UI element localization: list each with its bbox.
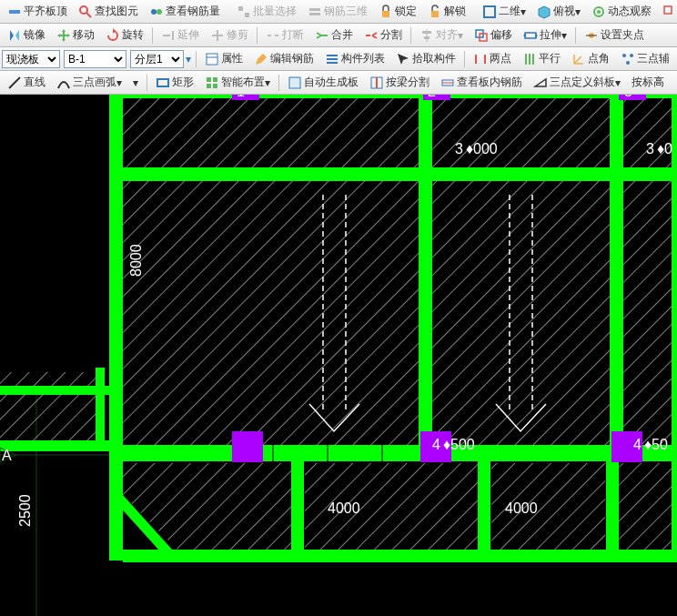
smart-icon [205, 76, 219, 90]
lbl: 合并 [331, 27, 353, 43]
btn-move[interactable]: 移动 [52, 25, 99, 45]
dropdown-arrow: ▾ [615, 76, 621, 89]
btn-more[interactable]: ▾ [128, 74, 143, 92]
toolbar-draw: 直线 三点画弧 ▾ ▾ 矩形 智能布置 ▾ 自动生成板 按梁分割 查看板内钢筋 … [0, 71, 677, 95]
unlock-icon [428, 5, 442, 19]
svg-rect-9 [382, 11, 389, 17]
btn-auto-slab[interactable]: 自动生成板 [283, 72, 363, 93]
dropdown-arrow: ▾ [561, 29, 567, 42]
btn-top-view[interactable]: 俯视 ▾ [532, 1, 585, 22]
svg-rect-6 [245, 13, 249, 17]
svg-rect-14 [664, 6, 672, 14]
btn-rect[interactable]: 矩形 [151, 72, 198, 93]
svg-rect-85 [96, 368, 105, 449]
svg-rect-78 [123, 550, 677, 562]
cad-viewport[interactable]: 1 2 3 8000 2500 3♦000 3♦0 4♦500 4♦50 400… [0, 95, 677, 616]
svg-rect-0 [9, 10, 20, 14]
btn-view-rebar[interactable]: 查看钢筋量 [145, 1, 225, 22]
lbl: 锁定 [395, 4, 417, 19]
svg-rect-69 [0, 372, 96, 386]
props-icon [205, 52, 219, 66]
lbl: 直线 [24, 75, 45, 90]
btn-dyn-view[interactable]: 动态观察 [587, 1, 656, 22]
separator [257, 27, 258, 44]
btn-props[interactable]: 属性 [200, 48, 248, 69]
3d-icon [308, 5, 322, 19]
auto-icon [288, 76, 302, 90]
dropdown-arrow: ▾ [265, 76, 270, 89]
lbl: 俯视 [553, 4, 575, 19]
btn-find-elem[interactable]: 查找图元 [74, 1, 143, 22]
btn-align[interactable]: 对齐 ▾ [415, 25, 468, 45]
sel-slab-id[interactable]: B-1 [64, 50, 126, 68]
lbl: 三点画弧 [73, 75, 116, 90]
2d-icon [482, 5, 497, 19]
btn-by-elev[interactable]: 按标高 [627, 72, 669, 93]
btn-break[interactable]: 打断 [261, 25, 308, 45]
svg-rect-54 [289, 77, 300, 88]
svg-rect-74 [109, 167, 677, 181]
lbl: 解锁 [444, 4, 466, 19]
list-icon [325, 52, 339, 66]
btn-rebar-3d[interactable]: 钢筋三维 [303, 1, 372, 22]
btn-unlock[interactable]: 解锁 [423, 1, 470, 22]
btn-mirror[interactable]: 镜像 [3, 25, 50, 45]
lbl: 平行 [539, 51, 561, 66]
btn-arc3[interactable]: 三点画弧 ▾ [52, 72, 126, 93]
btn-3pt-slope[interactable]: 三点定义斜板 ▾ [529, 72, 625, 93]
dropdown-arrow: ▾ [116, 76, 122, 89]
lbl: 打断 [282, 27, 304, 43]
svg-text:2500: 2500 [17, 494, 33, 527]
btn-extend[interactable]: 延伸 [157, 25, 204, 45]
btn-batch-sel[interactable]: 批量选择 [232, 1, 301, 22]
btn-level-top[interactable]: 平齐板顶 [3, 1, 72, 22]
lbl: 对齐 [436, 27, 458, 43]
split-icon [364, 28, 379, 43]
btn-comp-list[interactable]: 构件列表 [320, 48, 389, 69]
btn-merge[interactable]: 合并 [310, 25, 358, 45]
btn-smart[interactable]: 智能布置 ▾ [200, 72, 275, 93]
btn-trim[interactable]: 修剪 [206, 25, 253, 45]
svg-point-4 [157, 9, 162, 15]
level-icon [7, 5, 22, 19]
btn-2d[interactable]: 二维 ▾ [478, 1, 530, 22]
svg-rect-71 [109, 95, 677, 98]
rebar-icon [149, 5, 164, 19]
lbl: 三点定义斜板 [550, 75, 615, 90]
btn-pt-angle[interactable]: 点角 [567, 48, 614, 69]
btn-line[interactable]: 直线 [3, 72, 50, 93]
svg-text:1: 1 [237, 95, 245, 99]
btn-lock[interactable]: 锁定 [374, 1, 421, 22]
btn-rotate[interactable]: 旋转 [101, 25, 148, 45]
dropdown-arrow: ▾ [458, 29, 463, 42]
svg-text:4000: 4000 [505, 500, 538, 516]
sel-layer[interactable]: 分层1 [130, 50, 184, 68]
slab-hatch[interactable] [0, 95, 677, 550]
btn-stretch[interactable]: 拉伸 ▾ [519, 25, 571, 45]
svg-text:♦: ♦ [657, 141, 664, 157]
stretch-icon [523, 28, 538, 43]
btn-pick-comp[interactable]: 拾取构件 [391, 48, 460, 69]
btn-beam-split[interactable]: 按梁分割 [365, 72, 434, 93]
btn-three-pt[interactable]: 三点辅 [616, 48, 674, 69]
btn-edit-rebar[interactable]: 编辑钢筋 [249, 48, 318, 69]
svg-text:3: 3 [455, 141, 463, 157]
svg-rect-53 [213, 84, 217, 88]
toolbar-edit: 镜像 移动 旋转 延伸 修剪 打断 合并 分割 对齐 ▾ 偏移 拉伸 ▾ 设置夹… [0, 24, 677, 47]
btn-split[interactable]: 分割 [359, 25, 407, 45]
separator [196, 51, 197, 67]
layer-browse-icon[interactable]: ▾ [186, 53, 191, 66]
svg-rect-39 [327, 62, 338, 64]
svg-rect-10 [431, 11, 439, 17]
btn-two-pt[interactable]: 两点 [469, 48, 516, 69]
sel-slab-type[interactable]: 现浇板 [2, 50, 60, 68]
btn-set-grip[interactable]: 设置夹点 [580, 25, 649, 45]
svg-rect-63 [123, 181, 419, 445]
btn-partial[interactable]: 局部 [658, 1, 677, 22]
btn-offset[interactable]: 偏移 [470, 25, 517, 45]
parallel-icon [522, 52, 537, 66]
lbl: 两点 [490, 51, 511, 66]
btn-parallel[interactable]: 平行 [518, 48, 565, 69]
btn-view-slab-rebar[interactable]: 查看板内钢筋 [436, 72, 527, 93]
cube-icon [537, 5, 551, 19]
